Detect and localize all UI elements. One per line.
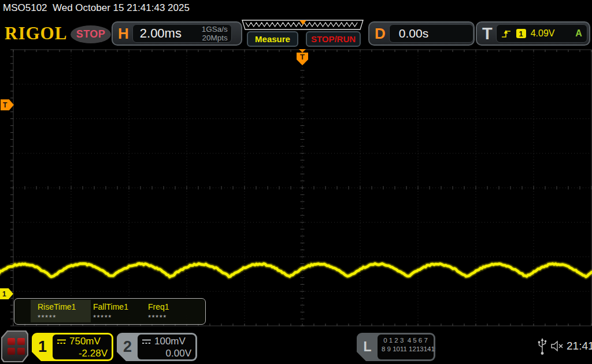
rigol-logo: RIGOL <box>5 23 67 44</box>
measurement-panel: RiseTime1 ***** FallTime1 ***** Freq1 **… <box>14 298 206 325</box>
channel1-scale: 750mV <box>69 336 101 347</box>
t-label: T <box>482 24 493 43</box>
delay-block[interactable]: D 0.00s <box>368 21 475 46</box>
acquisition-status-badge: STOP <box>71 25 111 43</box>
channel2-offset: 0.00V <box>142 348 191 359</box>
waveform-memory-bar <box>238 20 368 31</box>
measurement-value: ***** <box>93 313 151 322</box>
stop-run-button[interactable]: STOP/RUN <box>306 31 361 47</box>
delay-value: 0.00s <box>399 27 428 40</box>
trigger-mode: A <box>575 28 582 39</box>
logic-row-0-7: 0 1 2 3 4 5 6 7 <box>382 337 430 344</box>
h-label: H <box>118 25 129 43</box>
channel2-number: 2 <box>117 333 138 361</box>
timebase-inner: 2.00ms 1GSa/s20Mpts <box>132 24 232 43</box>
logic-channels-block[interactable]: L 0 1 2 3 4 5 6 7 8 9 1011 12131415 <box>357 333 435 361</box>
measurement-label: Freq1 <box>148 302 206 311</box>
measure-button[interactable]: Measure <box>247 31 298 47</box>
measurement-label: FallTime1 <box>93 302 151 311</box>
quick-menu-icon <box>2 332 27 361</box>
dc-coupling-icon <box>57 339 66 345</box>
usb-icon <box>536 338 548 356</box>
memory-depth: 20Mpts <box>202 34 228 42</box>
delay-inner: 0.00s <box>389 24 473 43</box>
channel1-offset: -2.28V <box>57 348 108 359</box>
model-name: MSO5102 <box>3 2 47 13</box>
channel2-scale: 100mV <box>154 336 186 347</box>
measurement-item[interactable]: Freq1 ***** <box>148 302 206 322</box>
rising-edge-icon <box>501 28 512 39</box>
titlebar: MSO5102 Wed October 15 21:41:43 2025 <box>3 2 190 14</box>
trigger-position-pointer <box>299 49 306 53</box>
measurement-value: ***** <box>148 313 206 322</box>
d-label: D <box>375 25 386 43</box>
speaker-muted-icon <box>550 340 565 352</box>
logic-row-8-15: 8 9 1011 12131415 <box>382 346 430 353</box>
graticule-grid <box>10 50 591 326</box>
measurement-item[interactable]: FallTime1 ***** <box>93 302 151 322</box>
horizontal-timebase-block[interactable]: H 2.00ms 1GSa/s20Mpts <box>112 21 242 46</box>
trigger-inner: 1 4.09V A <box>496 24 587 43</box>
oscilloscope-screen: MSO5102 Wed October 15 21:41:43 2025 RIG… <box>0 0 592 364</box>
channel1-status-block[interactable]: 1 750mV -2.28V <box>32 333 113 361</box>
measurement-value: ***** <box>38 313 95 322</box>
logic-label: L <box>357 333 378 361</box>
datetime: Wed October 15 21:41:43 2025 <box>53 2 190 13</box>
timebase-value: 2.00ms <box>140 26 182 41</box>
clock: 21:41 <box>567 340 592 352</box>
channel1-number: 1 <box>32 333 53 361</box>
trigger-level-value: 4.09V <box>531 28 555 39</box>
trigger-block[interactable]: T 1 4.09V A <box>476 21 590 46</box>
dc-coupling-icon <box>142 339 151 345</box>
sample-rate: 1GSa/s <box>202 25 228 34</box>
channel2-status-block[interactable]: 2 100mV 0.00V <box>117 333 197 361</box>
quick-menu-button[interactable] <box>1 330 28 362</box>
scope-display <box>0 49 592 326</box>
measurement-label: RiseTime1 <box>38 302 95 311</box>
trigger-source-badge: 1 <box>516 29 526 38</box>
measurement-item[interactable]: RiseTime1 ***** <box>38 302 95 322</box>
